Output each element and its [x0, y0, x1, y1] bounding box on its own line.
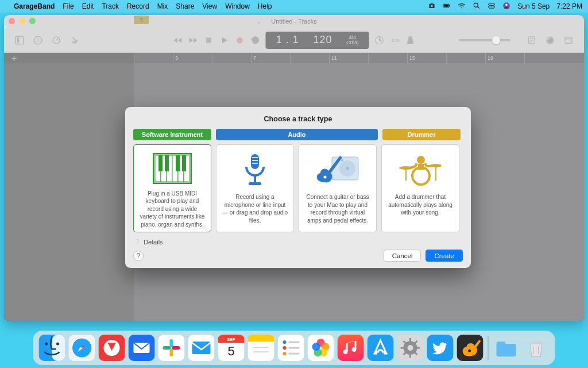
dock-app-photos[interactable] — [308, 335, 334, 361]
menu-file[interactable]: File — [63, 2, 74, 10]
svg-point-89 — [312, 343, 320, 351]
dock-app-notes[interactable] — [248, 335, 274, 361]
dock-app-reminders[interactable] — [278, 335, 304, 361]
menubar-app-name[interactable]: GarageBand — [14, 2, 55, 10]
dock-app-mail-alt[interactable] — [129, 335, 155, 361]
svg-rect-66 — [192, 342, 211, 354]
card-audio-mic[interactable]: Record using a microphone or line input … — [216, 144, 294, 232]
window-title: Untitled - Tracks — [271, 18, 316, 25]
menubar-date[interactable]: Sun 5 Sep — [517, 2, 550, 10]
status-camera-icon[interactable] — [428, 2, 436, 12]
status-user-icon[interactable] — [502, 2, 510, 12]
svg-rect-110 — [529, 342, 543, 344]
tab-software-instrument[interactable]: Software Instrument — [133, 129, 211, 140]
menu-edit[interactable]: Edit — [82, 2, 94, 10]
menu-view[interactable]: View — [202, 2, 217, 10]
details-disclosure[interactable]: 〉 Details — [133, 238, 463, 246]
metronome-icon[interactable] — [405, 35, 416, 45]
piano-keys-icon — [153, 151, 192, 186]
card-audio-guitar[interactable]: Connect a guitar or bass to your Mac to … — [299, 144, 377, 232]
menubar-time[interactable]: 7:22 PM — [556, 2, 582, 10]
guitar-amp-icon — [315, 151, 361, 190]
dock-app-music[interactable] — [338, 335, 364, 361]
svg-rect-27 — [158, 155, 163, 171]
window-titlebar: ⌄ Untitled - Tracks — [4, 15, 584, 28]
menu-mix[interactable]: Mix — [157, 2, 168, 10]
window-minimize-button[interactable] — [19, 18, 25, 24]
window-close-button[interactable] — [9, 18, 15, 24]
svg-point-47 — [412, 167, 430, 185]
menu-track[interactable]: Track — [102, 2, 119, 10]
play-icon[interactable] — [219, 35, 230, 45]
help-button[interactable]: ? — [133, 251, 144, 261]
tab-audio[interactable]: Audio — [216, 129, 378, 140]
menu-share[interactable]: Share — [176, 2, 194, 10]
ruler-tick: 13 — [368, 53, 407, 63]
window-zoom-button[interactable] — [29, 18, 36, 24]
status-control-center-icon[interactable] — [488, 2, 496, 12]
cancel-button[interactable]: Cancel — [384, 250, 421, 262]
track-type-tabs: Software Instrument Audio Drummer — [133, 129, 463, 140]
cycle-icon[interactable] — [250, 35, 261, 45]
add-track-icon[interactable] — [10, 54, 18, 63]
svg-point-42 — [324, 176, 327, 179]
media-browser-icon[interactable] — [563, 35, 574, 45]
ruler-tick: 9 — [290, 53, 329, 63]
stop-icon[interactable] — [204, 35, 214, 45]
dock-separator — [488, 336, 489, 360]
forward-icon[interactable] — [188, 35, 199, 45]
new-track-dialog: Choose a track type Software Instrument … — [125, 107, 471, 268]
count-in-icon[interactable]: 1234 — [390, 35, 400, 45]
playhead-icon[interactable] — [4, 25, 7, 30]
rewind-icon[interactable] — [173, 35, 183, 45]
ruler-tick: 15 — [407, 53, 446, 63]
smart-controls-icon[interactable] — [51, 35, 61, 45]
dock-app-mail[interactable] — [188, 335, 215, 361]
card-description: Record using a microphone or line input … — [221, 193, 289, 224]
dock-app-finder[interactable] — [39, 335, 65, 361]
dock-app-safari[interactable] — [69, 335, 95, 361]
svg-rect-2 — [450, 5, 450, 6]
status-spotlight-icon[interactable] — [473, 2, 481, 12]
create-button[interactable]: Create — [425, 250, 463, 262]
editors-icon[interactable] — [69, 35, 80, 45]
timeline-ruler[interactable]: 1 3 5 7 9 11 13 15 17 19 21 — [4, 53, 584, 63]
library-icon[interactable] — [14, 35, 25, 45]
cycle-region-marker[interactable] — [134, 16, 149, 24]
dock-downloads[interactable] — [493, 335, 520, 361]
svg-point-80 — [283, 352, 287, 355]
loop-browser-icon[interactable] — [545, 35, 555, 45]
record-icon[interactable] — [235, 35, 245, 45]
dock-trash[interactable] — [523, 335, 550, 361]
menu-record[interactable]: Record — [127, 2, 149, 10]
card-software-instrument[interactable]: Plug in a USB MIDI keyboard to play and … — [133, 144, 211, 232]
status-wifi-icon[interactable] — [458, 2, 466, 12]
master-volume-slider[interactable] — [459, 39, 510, 41]
svg-text:?: ? — [36, 37, 39, 43]
status-battery-icon[interactable] — [443, 2, 451, 12]
dock-app-settings[interactable] — [397, 335, 424, 361]
svg-text:1234: 1234 — [392, 38, 400, 43]
svg-point-14 — [237, 37, 243, 43]
svg-point-3 — [474, 3, 478, 7]
dock-app-calendar[interactable]: SEP5 — [218, 335, 245, 361]
quick-help-icon[interactable]: ? — [33, 35, 43, 45]
tuner-icon[interactable] — [374, 35, 385, 45]
svg-rect-13 — [206, 37, 211, 43]
dock-app-twitter[interactable] — [427, 335, 454, 361]
notepad-icon[interactable] — [527, 35, 537, 45]
menu-window[interactable]: Window — [225, 2, 250, 10]
card-drummer[interactable]: Add a drummer that automatically plays a… — [381, 144, 459, 232]
details-label: Details — [144, 239, 163, 246]
tab-drummer[interactable]: Drummer — [382, 129, 461, 140]
dock-app-vivaldi[interactable] — [99, 335, 125, 361]
dock-app-garageband[interactable] — [457, 335, 483, 361]
dock-app-appstore[interactable] — [368, 335, 394, 361]
svg-point-105 — [468, 350, 471, 352]
svg-rect-61 — [170, 339, 173, 347]
dock-app-slack[interactable] — [158, 335, 185, 361]
lcd-display[interactable]: 1 . 1 120 4/4Cmaj — [266, 32, 369, 49]
menu-help[interactable]: Help — [258, 2, 272, 10]
svg-rect-31 — [251, 154, 259, 169]
ruler-tick: 1 — [134, 53, 173, 63]
